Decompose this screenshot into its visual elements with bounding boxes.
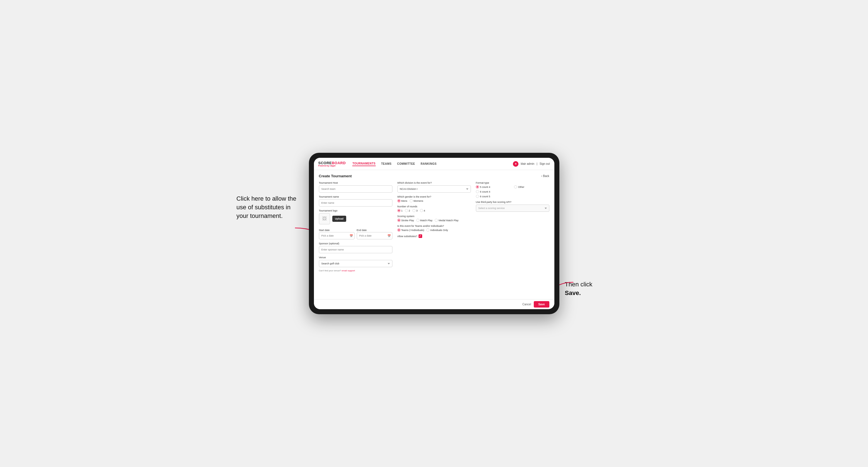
format-6count5[interactable]: 6 count 5: [476, 195, 511, 198]
event-individuals[interactable]: Individuals Only: [426, 228, 448, 231]
start-date-input[interactable]: [319, 232, 354, 239]
tablet-screen: SCOREBOARD Powered by clippd TOURNAMENTS…: [314, 158, 554, 309]
scoring-radio-group: Stroke Play Match Play Medal Match Play: [397, 219, 471, 222]
venue-label: Venue: [319, 256, 393, 259]
form-col-middle: Which division is the event for? NCAA Di…: [397, 182, 471, 272]
event-teams[interactable]: Teams (+Individuals): [397, 228, 425, 231]
format-type-label: Format type: [476, 182, 549, 184]
nav-signout[interactable]: Sign out: [539, 162, 550, 165]
scoring-api-select[interactable]: Select a scoring service: [476, 205, 549, 212]
scoring-stroke[interactable]: Stroke Play: [397, 219, 414, 222]
save-button[interactable]: Save: [534, 301, 549, 308]
gender-womens[interactable]: Womens: [410, 199, 423, 202]
dates-group: Start date 📅 End date: [319, 227, 393, 239]
nav-username: blair admin: [521, 162, 534, 165]
division-label: Which division is the event for?: [397, 182, 471, 184]
nav-item-teams[interactable]: TEAMS: [381, 162, 392, 166]
sponsor-input[interactable]: [319, 246, 393, 253]
end-date-wrap: 📅: [357, 232, 393, 239]
nav-item-committee[interactable]: COMMITTEE: [397, 162, 415, 166]
rounds-1-radio[interactable]: [397, 209, 400, 212]
tournament-name-group: Tournament name: [319, 195, 393, 207]
scoring-api-label: Use third-party live scoring API?: [476, 201, 549, 204]
gender-mens-radio[interactable]: [397, 199, 400, 202]
format-other-radio[interactable]: [514, 185, 517, 188]
venue-email-support-link[interactable]: email support: [342, 270, 355, 272]
allow-subs-label: Allow substitutes?: [397, 235, 417, 238]
event-teams-radio[interactable]: [397, 228, 400, 231]
date-row: Start date 📅 End date: [319, 227, 393, 239]
rounds-3[interactable]: 3: [412, 209, 418, 212]
rounds-1[interactable]: 1: [397, 209, 403, 212]
scoring-match-radio[interactable]: [416, 219, 420, 222]
format-empty: [514, 190, 549, 193]
start-date-label: Start date: [319, 229, 330, 231]
event-type-group: Is this event for Teams and/or Individua…: [397, 225, 471, 231]
allow-subs-checkbox-item[interactable]: Allow substitutes?: [397, 234, 471, 238]
logo-upload-area: 🖼 Upload: [319, 213, 393, 224]
tournament-name-label: Tournament name: [319, 195, 393, 198]
format-type-group: Format type 5 count 4 Other: [476, 182, 549, 198]
format-6count5-radio[interactable]: [476, 195, 479, 198]
scoring-api-group: Use third-party live scoring API? Select…: [476, 201, 549, 212]
format-5count4-radio[interactable]: [476, 185, 479, 188]
division-select[interactable]: NCAA Division I: [397, 185, 471, 193]
rounds-group: Number of rounds 1 2: [397, 205, 471, 212]
back-button[interactable]: ‹ Back: [541, 175, 549, 178]
gender-womens-radio[interactable]: [410, 199, 413, 202]
calendar-icon-start: 📅: [349, 234, 353, 238]
gender-radio-group: Mens Womens: [397, 199, 471, 202]
upload-button[interactable]: Upload: [332, 216, 346, 222]
gender-group: Which gender is the event for? Mens Wome…: [397, 195, 471, 202]
scoring-medal-label: Medal Match Play: [439, 219, 459, 222]
venue-help: Can't find your venue? email support: [319, 270, 393, 272]
nav-separator: |: [536, 162, 537, 165]
logo-powered: Powered by clippd: [318, 165, 346, 167]
tournament-host-label: Tournament Host: [319, 182, 393, 184]
format-options-grid: 5 count 4 Other 6 count 4: [476, 185, 549, 198]
sponsor-group: Sponsor (optional): [319, 242, 393, 253]
format-other[interactable]: Other: [514, 185, 549, 188]
format-6count4[interactable]: 6 count 4: [476, 190, 511, 193]
gender-mens-label: Mens: [401, 199, 407, 202]
event-individuals-label: Individuals Only: [430, 229, 448, 231]
scoring-stroke-radio[interactable]: [397, 219, 400, 222]
event-type-radio-group: Teams (+Individuals) Individuals Only: [397, 228, 471, 231]
scoring-system-label: Scoring system: [397, 215, 471, 218]
nav-right: B blair admin | Sign out: [513, 161, 550, 167]
nav-item-tournaments[interactable]: TOURNAMENTS: [352, 161, 375, 166]
rounds-2[interactable]: 2: [405, 209, 410, 212]
event-individuals-radio[interactable]: [426, 228, 429, 231]
image-icon: 🖼: [322, 216, 327, 221]
rounds-3-label: 3: [416, 209, 418, 212]
logo-placeholder: 🖼: [319, 213, 330, 224]
top-nav: SCOREBOARD Powered by clippd TOURNAMENTS…: [314, 158, 554, 170]
allow-subs-checkbox[interactable]: [418, 234, 422, 238]
start-date-group: Start date 📅: [319, 227, 354, 239]
venue-select[interactable]: Search golf club: [319, 260, 393, 267]
format-other-label: Other: [518, 186, 525, 188]
tournament-name-input[interactable]: [319, 199, 393, 207]
scoring-medal-radio[interactable]: [435, 219, 438, 222]
scoring-match[interactable]: Match Play: [416, 219, 433, 222]
scoring-stroke-label: Stroke Play: [401, 219, 414, 222]
format-5count4[interactable]: 5 count 4: [476, 185, 511, 188]
rounds-4[interactable]: 4: [420, 209, 425, 212]
rounds-3-radio[interactable]: [412, 209, 415, 212]
gender-womens-label: Womens: [413, 199, 423, 202]
rounds-4-radio[interactable]: [420, 209, 423, 212]
cancel-button[interactable]: Cancel: [522, 303, 531, 306]
logo-scoreboard: SCOREBOARD: [318, 161, 346, 165]
page-header: Create Tournament ‹ Back: [319, 174, 549, 178]
format-6count4-radio[interactable]: [476, 190, 479, 193]
format-6count5-label: 6 count 5: [480, 195, 490, 198]
scoring-match-label: Match Play: [420, 219, 433, 222]
nav-item-rankings[interactable]: RANKINGS: [421, 162, 437, 166]
calendar-icon-end: 📅: [388, 234, 391, 238]
scoring-medal[interactable]: Medal Match Play: [435, 219, 459, 222]
tournament-host-group: Tournament Host: [319, 182, 393, 193]
tournament-host-input[interactable]: [319, 185, 393, 193]
end-date-input[interactable]: [357, 232, 393, 239]
gender-mens[interactable]: Mens: [397, 199, 407, 202]
rounds-2-radio[interactable]: [405, 209, 408, 212]
